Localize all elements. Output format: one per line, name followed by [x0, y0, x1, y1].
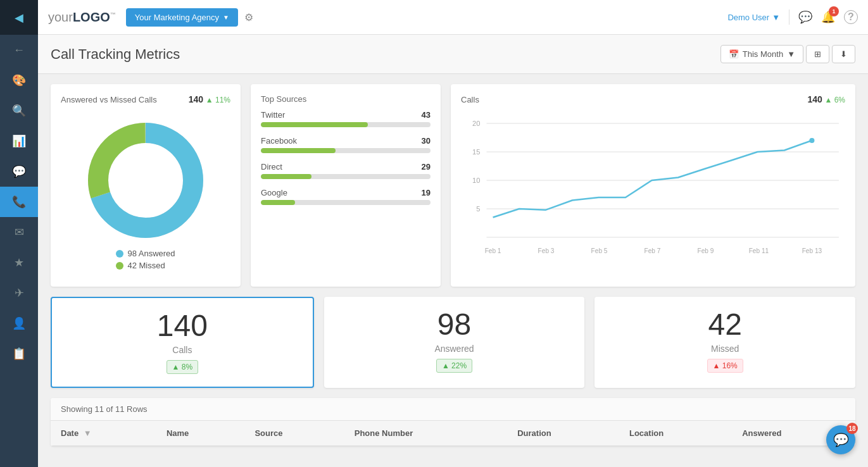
page-header-actions: 📅 This Month ▼ ⊞ ⬇ [720, 45, 855, 63]
source-item: Facebook 30 [261, 136, 431, 153]
source-item: Direct 29 [261, 162, 431, 179]
line-chart-svg: 20 15 10 5 Feb 1 Feb 3 Feb 5 Feb 7 Feb 9… [461, 111, 845, 263]
sidebar-item-send[interactable]: ✈ [0, 278, 38, 308]
col-source[interactable]: Source [244, 421, 344, 446]
help-button[interactable]: ? [844, 10, 858, 24]
download-button[interactable]: ⬇ [832, 45, 855, 63]
col-duration[interactable]: Duration [507, 421, 619, 446]
svg-text:10: 10 [472, 177, 480, 184]
user-menu-button[interactable]: Demo User ▼ [727, 13, 780, 22]
sidebar-item-phone[interactable]: 📞 [0, 187, 38, 217]
sidebar-item-back[interactable]: ← [0, 35, 38, 65]
table-rows-info: Showing 11 of 11 Rows [51, 398, 855, 421]
col-duration-label: Duration [517, 428, 551, 438]
page-title: Call Tracking Metrics [51, 46, 180, 63]
logo-tm: ™ [110, 11, 116, 18]
phone-icon: 📞 [12, 195, 26, 209]
stat-card-calls[interactable]: 140 Calls ▲ 8% [51, 297, 314, 388]
svg-point-20 [809, 138, 814, 143]
sidebar-item-chart[interactable]: 📊 [0, 126, 38, 156]
this-month-caret-icon: ▼ [787, 49, 795, 59]
sidebar-item-palette[interactable]: 🎨 [0, 65, 38, 96]
col-name[interactable]: Name [156, 421, 244, 446]
donut-container: 98 Answered 42 Missed [61, 111, 230, 277]
chat-nav-icon: 💬 [798, 11, 812, 23]
app-logo: yourLOGO™ [48, 10, 116, 25]
stat-missed-number: 42 [607, 309, 843, 340]
chat-icon: 💬 [12, 165, 26, 178]
col-location-label: Location [629, 428, 664, 438]
help-icon: ? [844, 10, 858, 24]
svg-text:Feb 11: Feb 11 [749, 247, 769, 254]
topbar-right: Demo User ▼ 💬 🔔 1 ? [727, 9, 858, 25]
source-progress-fill [261, 122, 368, 127]
stat-calls-number: 140 [65, 311, 300, 341]
this-month-button[interactable]: 📅 This Month ▼ [720, 45, 803, 63]
topbar: yourLOGO™ Your Marketing Agency ▼ ⚙ Demo… [38, 0, 868, 35]
sidebar-item-chat[interactable]: 💬 [0, 156, 38, 187]
table-header: Date ▼ Name Source Phone Number [51, 421, 855, 446]
agency-label: Your Marketing Agency [135, 13, 219, 22]
legend-missed: 42 Missed [116, 261, 175, 270]
line-chart-total: 140 [807, 94, 822, 104]
page-content: Call Tracking Metrics 📅 This Month ▼ ⊞ ⬇ [38, 35, 868, 467]
search-icon: 🔍 [12, 104, 26, 118]
source-progress-fill [261, 200, 295, 205]
donut-legend: 98 Answered 42 Missed [116, 249, 175, 270]
page-header: Call Tracking Metrics 📅 This Month ▼ ⊞ ⬇ [38, 35, 868, 74]
col-phone[interactable]: Phone Number [344, 421, 507, 446]
source-count: 19 [422, 188, 431, 197]
legend-missed-dot [116, 262, 123, 270]
chat-bubble-button[interactable]: 💬 18 [826, 425, 855, 454]
source-name: Facebook [261, 136, 297, 146]
col-date-label: Date [61, 428, 79, 438]
stat-answered-label: Answered [337, 344, 572, 354]
calendar-icon: 📅 [729, 49, 739, 59]
donut-card-title: Answered vs Missed Calls [61, 95, 157, 104]
legend-answered-label: 98 Answered [127, 249, 175, 258]
svg-text:15: 15 [472, 148, 480, 156]
svg-text:20: 20 [472, 120, 480, 127]
star-icon: ★ [14, 256, 24, 270]
stat-card-answered[interactable]: 98 Answered ▲ 22% [324, 297, 585, 388]
sidebar-item-search[interactable]: 🔍 [0, 96, 38, 126]
source-progress-bar [261, 148, 431, 153]
stat-answered-number: 98 [337, 309, 572, 340]
source-progress-bar [261, 200, 431, 205]
col-location[interactable]: Location [619, 421, 732, 446]
sources-card-header: Top Sources [261, 94, 431, 104]
send-icon: ✈ [15, 286, 24, 300]
settings-gear-button[interactable]: ⚙ [244, 11, 253, 23]
columns-button[interactable]: ⊞ [806, 45, 829, 63]
donut-svg [76, 117, 215, 244]
chat-notification-button[interactable]: 💬 [798, 10, 812, 24]
sidebar: ◀ ← 🎨 🔍 📊 💬 📞 ✉ ★ ✈ 👤 📋 [0, 0, 38, 467]
line-chart-card: Calls 140 ▲ 6% 20 [451, 84, 855, 287]
source-count: 43 [422, 110, 431, 120]
back-icon: ← [13, 44, 25, 57]
col-date[interactable]: Date ▼ [51, 421, 156, 446]
top-sources-card: Top Sources Twitter 43 Facebook 30 [251, 84, 441, 287]
sidebar-logo: ◀ [0, 0, 38, 35]
source-item: Twitter 43 [261, 110, 431, 127]
line-chart-trend: ▲ 6% [824, 96, 845, 104]
source-progress-fill [261, 148, 336, 153]
sidebar-item-mail[interactable]: ✉ [0, 217, 38, 247]
svg-text:Feb 13: Feb 13 [802, 247, 822, 254]
agency-dropdown-button[interactable]: Your Marketing Agency ▼ [126, 8, 238, 27]
donut-chart-card: Answered vs Missed Calls 140 ▲ 11% [51, 84, 241, 287]
sidebar-item-user[interactable]: 👤 [0, 308, 38, 339]
svg-text:5: 5 [476, 205, 480, 213]
cards-row: Answered vs Missed Calls 140 ▲ 11% [38, 74, 868, 297]
bell-notification-button[interactable]: 🔔 1 [821, 10, 835, 24]
sidebar-item-tasks[interactable]: 📋 [0, 339, 38, 369]
svg-text:Feb 7: Feb 7 [645, 247, 661, 254]
donut-total: 140 [189, 94, 203, 104]
source-progress-fill [261, 174, 311, 179]
stats-row: 140 Calls ▲ 8% 98 Answered ▲ 22% 42 Miss… [38, 297, 868, 398]
col-answered-label: Answered [742, 428, 781, 438]
stat-card-missed[interactable]: 42 Missed ▲ 16% [594, 297, 855, 388]
sidebar-item-star[interactable]: ★ [0, 247, 38, 278]
calls-table: Date ▼ Name Source Phone Number [51, 421, 855, 446]
stat-calls-label: Calls [65, 345, 300, 355]
